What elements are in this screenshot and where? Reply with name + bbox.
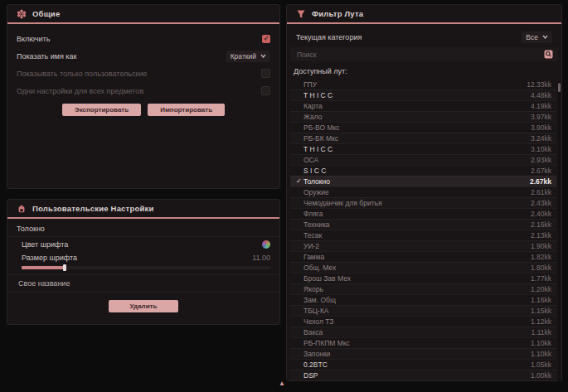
loot-item-price: 1.90kk (531, 241, 551, 251)
panel-user-settings-title: Пользовательские Настройки (32, 204, 154, 213)
loot-filter-app: Общие Включить ✓ Показать имя как Кратки… (0, 0, 568, 392)
loot-item-row[interactable]: T H I C C3.10kk (290, 143, 556, 154)
loot-item-row[interactable]: РБ-ВО Мкс3.90kk (290, 122, 556, 133)
only-custom-label: Показывать только пользовательские (17, 70, 148, 78)
loot-item-name: ГПУ (303, 80, 317, 90)
panel-general-title: Общие (32, 9, 60, 18)
same-settings-checkbox[interactable] (261, 86, 270, 95)
loot-item-row[interactable]: Жало3.97kk (290, 111, 556, 122)
flower-gear-icon (17, 9, 27, 19)
color-wheel-icon[interactable] (262, 240, 270, 249)
panel-loot-filter-header: Фильтр Лута (287, 5, 561, 22)
loot-item-name: Якорь (303, 284, 323, 294)
loot-item-row[interactable]: Карта4.19kk (290, 100, 556, 111)
loot-item-name: T H I C C (303, 144, 333, 154)
loot-item-row[interactable]: РБ-БК Мкс3.24kk (290, 133, 556, 143)
loot-item-row[interactable]: Чемоданчик для бритья2.43kk (290, 197, 556, 208)
delete-button[interactable]: Удалить (109, 300, 179, 312)
loot-item-price: 2.61kk (531, 187, 551, 197)
category-row: Текущая категория Все (287, 28, 561, 46)
loot-item-price: 1.80kk (531, 263, 551, 273)
loot-item-price: 1.20kk (531, 284, 551, 294)
loot-item-row[interactable]: Брош Зав Мех1.77kk (290, 273, 556, 283)
loot-item-price: 1.16kk (531, 295, 551, 305)
panel-loot-filter: Фильтр Лута Текущая категория Все Доступ… (286, 4, 562, 381)
loot-item-name: УИ-2 (303, 241, 319, 251)
loot-item-price: 2.13kk (531, 230, 551, 240)
font-color-row: Цвет шрифта (7, 236, 279, 251)
loot-item-row[interactable]: Чехол ТЗ1.12kk (290, 316, 556, 327)
category-value: Все (526, 33, 538, 41)
loot-item-name: Зам. Общ (303, 295, 336, 305)
loot-item-row[interactable]: Фляга2.40kk (290, 208, 556, 219)
loot-item-name: ОСА (303, 155, 318, 165)
same-settings-row: Одни настройки для всех предметов (7, 82, 279, 99)
export-button[interactable]: Экспортировать (62, 104, 141, 116)
loot-item-price: 1.82kk (531, 252, 551, 262)
loot-item-row[interactable]: Зам. Общ1.16kk (290, 294, 556, 305)
loot-item-row[interactable]: Оружие2.61kk (290, 186, 556, 197)
same-settings-label: Одни настройки для всех предметов (17, 87, 143, 95)
loot-item-name: ТБЦ-КА (303, 306, 329, 316)
font-size-slider-handle[interactable] (63, 264, 66, 271)
loot-item-row[interactable]: Запонки1.10kk (290, 348, 556, 359)
font-size-value: 11.00 (252, 254, 270, 262)
loot-item-row[interactable]: Якорь1.20kk (290, 283, 556, 294)
font-size-slider-fill (22, 266, 64, 269)
custom-name-row (7, 274, 279, 293)
loot-item-row[interactable]: Вакса1.11kk (290, 327, 556, 337)
loot-item-row[interactable]: 0.2BTC1.05kk (290, 359, 556, 370)
panel-user-settings: Пользовательские Настройки Толокно Цвет … (7, 199, 280, 325)
loot-item-name: РБ-БК Мкс (303, 133, 338, 143)
loot-item-price: 2.40kk (531, 209, 551, 219)
font-size-label: Размер шрифта (22, 254, 77, 262)
loot-item-row[interactable]: T H I C C4.48kk (290, 90, 556, 100)
loot-item-name: Чехол ТЗ (303, 317, 333, 327)
loot-item-name: Жало (303, 112, 322, 122)
loot-item-price: 3.10kk (531, 144, 551, 154)
loot-item-row[interactable]: ТБЦ-КА1.15kk (290, 305, 556, 316)
enable-row: Включить ✓ (7, 30, 279, 47)
loot-item-row[interactable]: РБ-ПКПМ Мкс1.10kk (290, 337, 556, 348)
loot-item-row[interactable]: Гамма1.82kk (290, 251, 556, 262)
category-dropdown[interactable]: Все (522, 31, 552, 43)
only-custom-row: Показывать только пользовательские (7, 65, 279, 82)
import-button[interactable]: Импортировать (148, 104, 225, 116)
loot-item-row[interactable]: Тесак2.13kk (290, 230, 556, 240)
name-display-dropdown[interactable]: Краткий (226, 51, 270, 62)
loot-item-price: 1.05kk (531, 360, 551, 370)
loot-item-name: РБ-ПКПМ Мкс (303, 338, 350, 348)
accent-divider (7, 22, 279, 24)
loot-item-row[interactable]: Общ. Мех1.80kk (290, 262, 556, 273)
loot-item-row[interactable]: ОСА2.93kk (290, 154, 556, 165)
loot-item-price: 1.12kk (531, 317, 551, 327)
loot-item-row[interactable]: S I C C2.67kk (290, 165, 556, 176)
loot-item-row[interactable]: ГПУ12.33kk (290, 79, 556, 90)
enable-checkbox[interactable]: ✓ (262, 35, 270, 43)
search-input[interactable] (295, 50, 544, 60)
selected-item-name: Толокно (7, 219, 279, 236)
font-size-row: Размер шрифта 11.00 (7, 251, 279, 264)
loot-item-name: Карта (303, 101, 323, 111)
loot-item-price: 2.16kk (531, 220, 551, 230)
loot-item-name: Техника (303, 220, 330, 230)
backpack-icon (17, 204, 27, 214)
loot-item-row[interactable]: ✓Толокно2.67kk (290, 176, 556, 186)
loot-item-price: 1.77kk (531, 273, 551, 283)
loot-item-row[interactable]: DSP1.00kk (290, 370, 556, 380)
loot-item-row[interactable]: Техника2.16kk (290, 219, 556, 230)
loot-item-price: 1.11kk (532, 327, 551, 337)
loot-item-name: Тесак (303, 230, 322, 240)
loot-list-scrollbar[interactable] (558, 81, 561, 381)
custom-name-input[interactable] (17, 278, 270, 288)
cursor-icon: ▲ (279, 380, 285, 387)
loot-item-name: РБ-ВО Мкс (303, 123, 340, 133)
scrollbar-handle[interactable] (558, 83, 561, 92)
loot-item-row[interactable]: УИ-21.90kk (290, 240, 556, 251)
font-size-slider[interactable] (22, 266, 270, 269)
font-color-label: Цвет шрифта (22, 240, 68, 249)
category-label: Текущая категория (296, 33, 362, 41)
chevron-down-icon (260, 54, 266, 58)
search-icon[interactable] (544, 50, 553, 59)
only-custom-checkbox[interactable] (261, 69, 270, 78)
